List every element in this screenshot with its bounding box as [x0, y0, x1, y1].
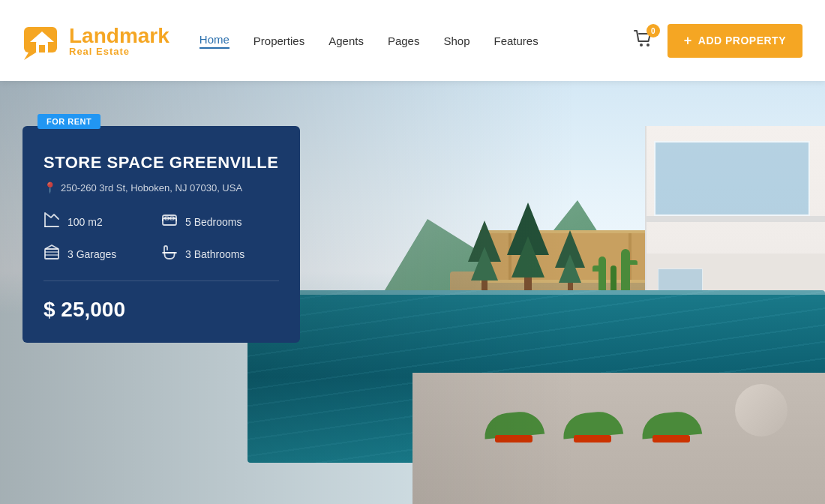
nav-item-home[interactable]: Home: [200, 33, 230, 49]
features-grid: 100 m2 5 Bedrooms: [44, 212, 279, 264]
nav-item-properties[interactable]: Properties: [254, 34, 304, 47]
nav-item-agents[interactable]: Agents: [328, 34, 364, 47]
add-property-button[interactable]: + ADD PROPERTY: [668, 24, 802, 58]
feature-bedrooms: 5 Bedrooms: [161, 212, 279, 232]
bath-icon: [161, 244, 178, 264]
feature-garages: 3 Garages: [44, 244, 161, 264]
svg-point-6: [646, 44, 650, 46]
logo-brand: Landmark: [69, 26, 170, 46]
feature-bedrooms-label: 5 Bedrooms: [185, 216, 242, 228]
property-card: FOR RENT STORE SPACE GREENVILLE 📍 250-26…: [22, 126, 300, 343]
for-rent-badge: FOR RENT: [38, 114, 100, 129]
card-divider: [44, 280, 279, 281]
price-prefix: $: [44, 298, 56, 321]
svg-marker-1: [24, 52, 36, 60]
logo-subtitle: Real Estate: [69, 46, 170, 56]
nav-item-pages[interactable]: Pages: [388, 34, 420, 47]
logo[interactable]: Landmark Real Estate: [22, 21, 170, 60]
feature-area-label: 100 m2: [68, 216, 103, 228]
cart-button[interactable]: 0: [633, 28, 654, 52]
garage-icon: [44, 244, 60, 264]
header: Landmark Real Estate Home Properties Age…: [0, 0, 825, 81]
plus-icon: +: [684, 33, 692, 49]
svg-rect-4: [39, 45, 45, 52]
feature-garages-label: 3 Garages: [68, 248, 116, 260]
property-address: 📍 250-260 3rd St, Hoboken, NJ 07030, USA: [44, 182, 279, 194]
hero-section: FOR RENT STORE SPACE GREENVILLE 📍 250-26…: [0, 81, 825, 504]
bed-icon: [161, 212, 178, 232]
svg-point-5: [640, 44, 643, 46]
header-right: 0 + ADD PROPERTY: [633, 24, 802, 58]
card-body: STORE SPACE GREENVILLE 📍 250-260 3rd St,…: [22, 126, 300, 264]
main-nav: Home Properties Agents Pages Shop Featur…: [200, 33, 633, 49]
area-icon: [44, 212, 60, 232]
svg-rect-11: [45, 249, 58, 259]
price-value: 25,000: [61, 298, 125, 321]
price-section: $ 25,000: [22, 298, 300, 322]
property-title: STORE SPACE GREENVILLE: [44, 153, 279, 172]
add-property-label: ADD PROPERTY: [698, 34, 786, 46]
feature-area: 100 m2: [44, 212, 161, 232]
nav-item-shop[interactable]: Shop: [443, 34, 470, 47]
logo-icon: [22, 21, 62, 60]
feature-bathrooms-label: 3 Bathrooms: [185, 248, 244, 260]
property-price: $ 25,000: [44, 298, 125, 321]
cart-badge: 0: [646, 24, 660, 38]
address-text: 250-260 3rd St, Hoboken, NJ 07030, USA: [61, 182, 242, 194]
logo-text: Landmark Real Estate: [69, 26, 170, 56]
nav-item-features[interactable]: Features: [494, 34, 538, 47]
feature-bathrooms: 3 Bathrooms: [161, 244, 279, 264]
pin-icon: 📍: [44, 182, 56, 194]
